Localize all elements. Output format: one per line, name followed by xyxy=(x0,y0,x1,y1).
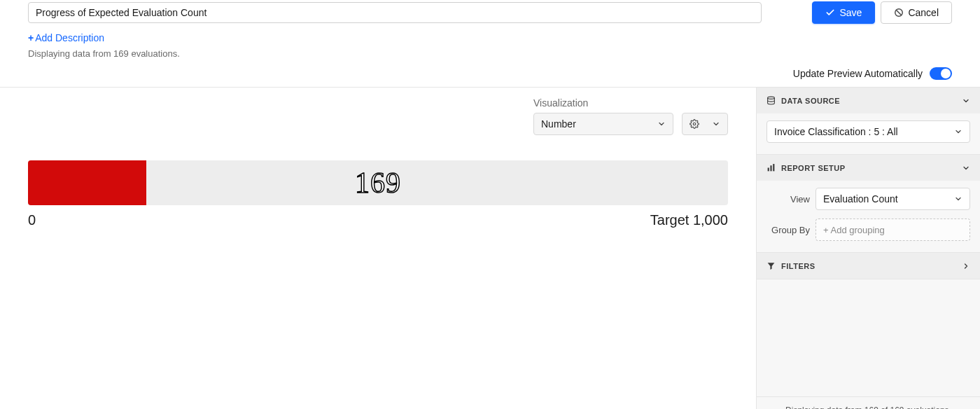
group-by-label: Group By xyxy=(766,225,810,235)
view-select[interactable]: Evaluation Count xyxy=(816,188,970,210)
save-button[interactable]: Save xyxy=(812,1,875,24)
add-grouping-placeholder: + Add grouping xyxy=(823,225,885,235)
progress-target-label: Target 1,000 xyxy=(650,212,728,228)
progress-chart: 169 0 Target 1,000 xyxy=(28,160,728,228)
bar-chart-icon xyxy=(766,163,776,172)
svg-point-3 xyxy=(768,97,775,99)
check-icon xyxy=(825,8,835,18)
svg-marker-7 xyxy=(768,263,775,270)
data-source-select[interactable]: Invoice Classification : 5 : All xyxy=(766,120,970,143)
progress-min-label: 0 xyxy=(28,212,36,228)
add-description-button[interactable]: + Add Description xyxy=(28,32,104,43)
cancel-button[interactable]: Cancel xyxy=(881,1,952,24)
chevron-down-icon xyxy=(962,97,970,105)
report-setup-header[interactable]: REPORT SETUP xyxy=(757,155,980,181)
save-button-label: Save xyxy=(839,7,862,18)
svg-rect-4 xyxy=(768,168,769,172)
svg-line-1 xyxy=(897,11,902,15)
cancel-icon xyxy=(894,8,904,18)
visualization-label: Visualization xyxy=(533,97,673,109)
auto-preview-toggle[interactable] xyxy=(930,67,952,80)
svg-point-2 xyxy=(693,123,696,125)
database-icon xyxy=(766,96,776,105)
plus-icon: + xyxy=(28,32,34,43)
data-source-selected: Invoice Classification : 5 : All xyxy=(774,126,898,137)
view-label: View xyxy=(766,194,810,204)
view-selected: Evaluation Count xyxy=(823,193,898,204)
chevron-down-icon xyxy=(712,120,720,128)
chevron-down-icon xyxy=(657,120,666,128)
chevron-right-icon xyxy=(962,262,970,270)
data-source-header[interactable]: DATA SOURCE xyxy=(757,88,980,113)
sidebar-footer-summary: Displaying data from 169 of 169 evaluati… xyxy=(757,396,980,409)
cancel-button-label: Cancel xyxy=(908,7,939,18)
gear-icon xyxy=(690,119,699,129)
sidebar: DATA SOURCE Invoice Classification : 5 :… xyxy=(756,88,980,409)
add-grouping-button[interactable]: + Add grouping xyxy=(816,219,970,241)
displaying-summary-top: Displaying data from 169 evaluations. xyxy=(28,48,952,59)
progress-track: 169 xyxy=(28,160,728,205)
filters-title: FILTERS xyxy=(781,262,816,270)
svg-rect-6 xyxy=(773,164,774,171)
add-description-label: Add Description xyxy=(35,32,104,43)
report-setup-title: REPORT SETUP xyxy=(781,164,846,172)
toggle-knob xyxy=(941,69,951,78)
visualization-select[interactable]: Number xyxy=(533,113,673,135)
progress-value: 169 xyxy=(355,166,401,200)
visualization-selected: Number xyxy=(541,118,576,130)
visualization-settings-button[interactable] xyxy=(682,113,728,135)
report-title-input[interactable] xyxy=(28,2,762,23)
auto-preview-label: Update Preview Automatically xyxy=(793,68,923,79)
chevron-down-icon xyxy=(962,164,970,172)
filter-icon xyxy=(766,261,776,270)
data-source-title: DATA SOURCE xyxy=(781,97,840,105)
filters-header[interactable]: FILTERS xyxy=(757,253,980,279)
svg-rect-5 xyxy=(770,165,771,171)
progress-fill xyxy=(28,160,146,205)
chevron-down-icon xyxy=(954,127,962,136)
chevron-down-icon xyxy=(954,195,962,203)
